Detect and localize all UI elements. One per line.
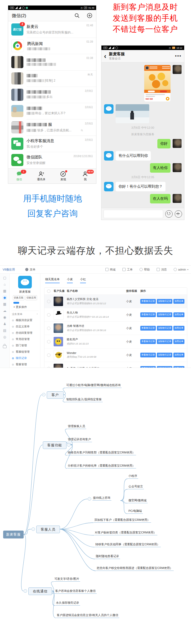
- product-card-message[interactable]: ¥47.50: [144, 65, 171, 102]
- row-checkbox[interactable]: [47, 340, 50, 343]
- collapse-toggle-icon[interactable]: −: [88, 497, 91, 501]
- mindmap-leaf[interactable]: 智能排队接入/选择指定客服: [66, 398, 103, 402]
- mindmap-branch-客服功能[interactable]: 客服功能: [43, 441, 66, 449]
- tab-contacts[interactable]: 通讯录: [30, 169, 52, 183]
- action-button-清除聊天记录[interactable]: 清除聊天记录: [157, 353, 172, 357]
- users-icon[interactable]: ◉: [3, 315, 7, 319]
- home-icon[interactable]: ⌂: [3, 282, 7, 287]
- action-button-清除聊天记录[interactable]: 清除聊天记录: [157, 299, 172, 304]
- mindmap-leaf[interactable]: 分析统计客户的移化率（需要配合跟客宝CRM使用）: [67, 464, 136, 468]
- switch-app-button[interactable]: 切换应用: [25, 295, 37, 300]
- sidebar-item-聊天记录[interactable]: ⚙聊天记录: [11, 355, 39, 361]
- chat-list-item[interactable]: [哇掰] 2昨天: [8, 70, 96, 87]
- action-button-加黑名单[interactable]: 加黑名单: [173, 366, 184, 368]
- cube-icon[interactable]: ◆: [3, 296, 7, 300]
- sidebar-item-客服管理[interactable]: ⚙客服管理: [11, 361, 39, 368]
- mindmap-leaf[interactable]: 随时随地查看记录: [95, 555, 120, 559]
- mindmap-leaf[interactable]: 客户跟进情况会发信息主管/相关人员的个人微信: [56, 613, 119, 618]
- gear-circle-icon[interactable]: ◎: [3, 335, 7, 339]
- window-icon[interactable]: ▢: [3, 276, 7, 280]
- attach-plus-icon[interactable]: [175, 210, 182, 218]
- monitor-icon[interactable]: ▤: [3, 328, 7, 333]
- collapse-toggle-icon[interactable]: −: [67, 443, 70, 447]
- mindmap-leaf[interactable]: 添加线下客户（需要配合跟客宝CRM使用）: [94, 518, 151, 523]
- action-button-查看聊天记录[interactable]: 查看聊天记录: [140, 353, 156, 357]
- action-button-加黑名单[interactable]: 加黑名单: [173, 339, 184, 344]
- chat-list-item[interactable]: 易订货2新麦云完美把公众号的留言转到客服的...01:48: [8, 21, 96, 38]
- table-row[interactable]: 杨杰 I 少艾科技·文化·生活有什么可以帮到你的03-15 23:02:12小麦…: [44, 295, 187, 308]
- sidebar-item-客服组管理[interactable]: ⚙客服组管理: [11, 349, 39, 355]
- action-button-查看聊天记录[interactable]: 查看聊天记录: [140, 326, 156, 331]
- add-icon[interactable]: [87, 13, 92, 18]
- action-button-清除聊天记录[interactable]: 清除聊天记录: [157, 339, 172, 344]
- menu-group-header[interactable]: 业务菜单⌄: [11, 311, 39, 317]
- tab-小麦[interactable]: 小麦: [67, 277, 73, 283]
- action-button-查看聊天记录[interactable]: 查看聊天记录: [140, 339, 156, 344]
- chat-list-item[interactable]: 刚会，要过来招人不?3月6日: [8, 103, 96, 119]
- topbar-item-消息[interactable]: 消息: [157, 268, 167, 272]
- action-button-加黑名单[interactable]: 加黑名单: [173, 299, 184, 304]
- sidebar-item-模板消息设置[interactable]: ⚙模板消息设置: [11, 317, 39, 323]
- mindmap-leaf[interactable]: 转移客户给其他同事（需要配合跟客宝CRM使用）: [95, 543, 161, 547]
- mindmap-leaf[interactable]: 管理记录咨询客户: [67, 438, 92, 442]
- sidebar-item-部门管理[interactable]: ⚙部门管理: [11, 342, 39, 349]
- search-icon[interactable]: [74, 13, 80, 18]
- mindmap-leaf[interactable]: 微官网/微商城: [128, 499, 148, 503]
- row-checkbox[interactable]: [47, 327, 50, 330]
- mindmap-branch-客服人员[interactable]: 客服人员: [36, 526, 60, 533]
- tab-wechat[interactable]: 2 微信: [8, 169, 30, 183]
- mindmap-leaf[interactable]: 永久保存聊天记录: [55, 601, 80, 606]
- table-row[interactable]: A -李骏-小程序-公众号开发小麦查看聊天记录清除聊天记录加黑名单: [44, 362, 187, 368]
- mindmap-leaf[interactable]: 可发文字/语音/图片: [54, 577, 80, 582]
- topbar-item-工单[interactable]: 工单: [122, 268, 133, 272]
- topbar-item-admin[interactable]: admin▾: [174, 268, 188, 271]
- mindmap-leaf[interactable]: 转移意向客户到销售部（需要配合跟客宝CRM使用）: [67, 451, 136, 455]
- row-checkbox[interactable]: [47, 367, 50, 368]
- mindmap-leaf[interactable]: 可通过小程序/电脑/微官网/微商城在线咨询: [66, 383, 122, 388]
- action-button-加黑名单[interactable]: 加黑名单: [173, 312, 184, 317]
- sidebar-item-自定义菜单[interactable]: ⚙自定义菜单: [11, 323, 39, 330]
- mindmap-leaf[interactable]: PC/电脑端: [128, 509, 143, 514]
- tab-小红[interactable]: 小红: [80, 277, 86, 283]
- back-icon[interactable]: ‹: [104, 53, 106, 59]
- mindmap-leaf[interactable]: 对客户贴标签归类（需要配合跟客宝CRM使用）: [94, 531, 157, 535]
- more-menu-icon[interactable]: •••: [175, 53, 182, 59]
- image-message[interactable]: [116, 104, 149, 123]
- action-button-查看聊天记录[interactable]: 查看聊天记录: [140, 366, 156, 368]
- emoji-icon[interactable]: [165, 210, 173, 218]
- grid2-icon[interactable]: ▦: [3, 302, 7, 306]
- apps-grid-icon[interactable]: ▦: [3, 289, 7, 293]
- chat-list-item[interactable]: 微信团队安全登录提醒2018年12月28日: [8, 152, 96, 168]
- chat-list-item[interactable]: 腾讯新闻01:39: [8, 38, 96, 54]
- message-input[interactable]: [104, 210, 163, 218]
- row-checkbox[interactable]: [47, 353, 50, 357]
- topbar-item-帮助[interactable]: 帮助: [140, 268, 150, 272]
- chat-list-item[interactable]: 多出3月9日: [8, 87, 96, 103]
- select-all-checkbox[interactable]: [47, 289, 50, 293]
- action-button-清除聊天记录[interactable]: 清除聊天记录: [157, 366, 172, 368]
- mindmap-root[interactable]: 新麦客服: [3, 531, 24, 538]
- collapse-toggle-icon[interactable]: −: [24, 589, 27, 593]
- mindmap-branch-在线通信[interactable]: 在线通信: [28, 587, 52, 595]
- action-button-清除聊天记录[interactable]: 清除聊天记录: [157, 312, 172, 317]
- chat-list-item[interactable]: 01:38: [8, 54, 96, 70]
- tab-discover[interactable]: 发现: [52, 169, 74, 183]
- sidebar-item-常用语管理[interactable]: ⚙常用语管理: [11, 336, 39, 342]
- action-button-查看聊天记录[interactable]: 查看聊天记录: [140, 299, 156, 304]
- mindmap-leaf[interactable]: 公众号留言: [128, 485, 144, 489]
- menu-toggle[interactable]: 菜单: [25, 268, 35, 272]
- action-button-清除聊天记录[interactable]: 清除聊天记录: [157, 326, 172, 331]
- mindmap-leaf[interactable]: 客户咨询会发信息客服个人微信: [55, 589, 97, 594]
- tab-me[interactable]: NEW 我: [74, 169, 96, 183]
- table-row[interactable]: 尤峰·智惠半径有什么可以帮到你的03-15 19:58:16小麦查看聊天记录清除…: [44, 322, 187, 335]
- mindmap-branch-客户[interactable]: 客户: [47, 391, 64, 399]
- mindmap-leaf[interactable]: 把意向客户移交给销售部跟进（需要配合跟客宝CRM使用）: [96, 566, 174, 571]
- switch-relation-button[interactable]: 切换关联: [13, 295, 24, 300]
- mindmap-leaf[interactable]: 接待线上咨询: [92, 496, 111, 501]
- collapse-toggle-icon[interactable]: −: [32, 527, 35, 531]
- row-checkbox[interactable]: [47, 300, 50, 303]
- mindmap-leaf[interactable]: 小程序: [128, 474, 138, 479]
- action-button-查看聊天记录[interactable]: 查看聊天记录: [140, 312, 156, 317]
- chat-list-item[interactable]: 小程序客服消息我:你好多个3月6日: [8, 136, 96, 152]
- chat-list-item[interactable]: 服较多，已显示群成员昵...3月6日: [8, 119, 96, 136]
